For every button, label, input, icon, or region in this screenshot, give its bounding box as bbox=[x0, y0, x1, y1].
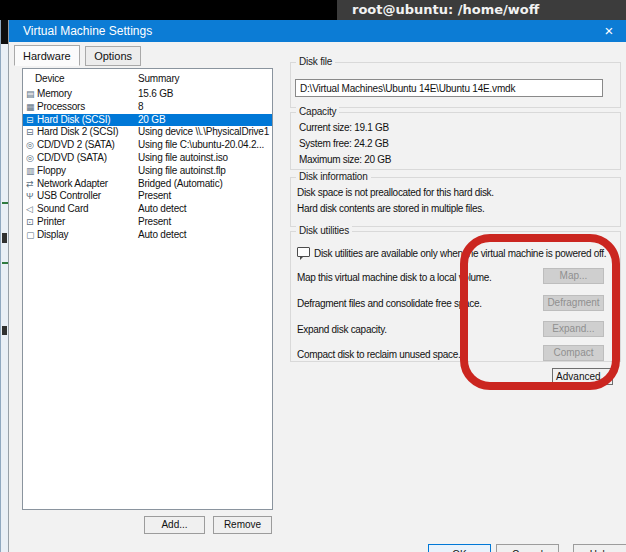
processor-icon: ▦ bbox=[26, 101, 36, 114]
vm-settings-dialog: Virtual Machine Settings × Hardware Opti… bbox=[8, 20, 626, 552]
capacity-maximum-size: Maximum size: 20 GB bbox=[299, 154, 391, 165]
expand-button[interactable]: Expand... bbox=[543, 321, 604, 337]
disk-utilities-group-label: Disk utilities bbox=[296, 225, 352, 236]
hard-disk-icon: ⊟ bbox=[26, 114, 36, 127]
list-item-cd-dvd-2-sata[interactable]: ◎ CD/DVD 2 (SATA) Using file C:\ubuntu-2… bbox=[23, 139, 272, 152]
defragment-button[interactable]: Defragment bbox=[543, 295, 604, 311]
list-item-usb-controller[interactable]: Ψ USB Controller Present bbox=[23, 190, 272, 203]
disk-file-path-input[interactable] bbox=[295, 79, 603, 97]
disk-file-group: Disk file bbox=[290, 62, 621, 108]
disk-utilities-group: Disk utilities Disk utilities are availa… bbox=[290, 231, 621, 362]
list-item-hard-disk-scsi[interactable]: ⊟ Hard Disk (SCSI) 20 GB bbox=[23, 114, 272, 127]
device-list: Device Summary ▤ Memory 15.6 GB ▦ Proces… bbox=[22, 68, 273, 510]
list-item-memory[interactable]: ▤ Memory 15.6 GB bbox=[23, 88, 272, 101]
cd-dvd-icon: ◎ bbox=[26, 152, 36, 165]
list-item-printer[interactable]: ⊡ Printer Present bbox=[23, 216, 272, 229]
map-button[interactable]: Map... bbox=[543, 268, 604, 284]
background-window-fragment bbox=[2, 233, 7, 243]
list-item-network-adapter[interactable]: ⇄ Network Adapter Bridged (Automatic) bbox=[23, 178, 272, 191]
list-item-hard-disk-2-scsi[interactable]: ⊟ Hard Disk 2 (SCSI) Using device \\.\Ph… bbox=[23, 126, 272, 139]
capacity-system-free: System free: 24.2 GB bbox=[299, 138, 389, 149]
cd-dvd-icon: ◎ bbox=[26, 139, 36, 152]
compact-button[interactable]: Compact bbox=[543, 345, 604, 361]
dialog-titlebar: Virtual Machine Settings × bbox=[9, 20, 626, 42]
capacity-current-size: Current size: 19.1 GB bbox=[299, 122, 389, 133]
disk-utilities-notice: Disk utilities are available only when t… bbox=[314, 248, 606, 259]
list-item-floppy[interactable]: ▥ Floppy Using file autoinst.flp bbox=[23, 165, 272, 178]
disk-information-group: Disk information Disk space is not preal… bbox=[290, 177, 621, 227]
column-header-device: Device bbox=[35, 73, 64, 84]
defragment-row-text: Defragment files and consolidate free sp… bbox=[297, 298, 482, 309]
remove-button[interactable]: Remove bbox=[213, 516, 272, 534]
device-list-header: Device Summary bbox=[23, 69, 272, 88]
tab-options[interactable]: Options bbox=[85, 46, 141, 66]
tab-hardware[interactable]: Hardware bbox=[14, 45, 80, 66]
disk-information-line2: Hard disk contents are stored in multipl… bbox=[297, 203, 484, 214]
sound-card-icon: ◁ bbox=[26, 203, 36, 216]
disk-information-group-label: Disk information bbox=[296, 171, 371, 182]
capacity-group-label: Capacity bbox=[296, 106, 339, 117]
dialog-title: Virtual Machine Settings bbox=[23, 20, 152, 42]
list-item-display[interactable]: ▢ Display Auto detect bbox=[23, 229, 272, 242]
memory-icon: ▤ bbox=[26, 88, 36, 101]
capacity-group: Capacity Current size: 19.1 GB System fr… bbox=[290, 112, 621, 170]
disk-information-line1: Disk space is not preallocated for this … bbox=[297, 187, 494, 198]
compact-row-text: Compact disk to reclaim unused space. bbox=[297, 349, 460, 360]
usb-controller-icon: Ψ bbox=[26, 190, 36, 203]
printer-icon: ⊡ bbox=[26, 216, 36, 229]
list-item-sound-card[interactable]: ◁ Sound Card Auto detect bbox=[23, 203, 272, 216]
list-item-processors[interactable]: ▦ Processors 8 bbox=[23, 101, 272, 114]
column-header-summary: Summary bbox=[138, 73, 179, 84]
network-adapter-icon: ⇄ bbox=[26, 178, 36, 191]
expand-row-text: Expand disk capacity. bbox=[297, 324, 387, 335]
close-icon[interactable]: × bbox=[598, 20, 620, 42]
terminal-title: root@ubuntu: /home/woff bbox=[352, 0, 539, 20]
add-button[interactable]: Add... bbox=[144, 516, 205, 534]
display-icon: ▢ bbox=[26, 229, 36, 242]
tab-strip: Hardware Options bbox=[14, 45, 142, 64]
advanced-button[interactable]: Advanced... bbox=[552, 368, 613, 385]
help-button[interactable]: Help bbox=[573, 544, 626, 552]
list-item-cd-dvd-sata[interactable]: ◎ CD/DVD (SATA) Using file autoinst.iso bbox=[23, 152, 272, 165]
cancel-button[interactable]: Cancel bbox=[496, 544, 559, 552]
screenshot-stage: root@ubuntu: /home/woff Virtual Machine … bbox=[0, 0, 626, 552]
hard-disk-icon: ⊟ bbox=[26, 126, 36, 139]
floppy-icon: ▥ bbox=[26, 165, 36, 178]
ok-button[interactable]: OK bbox=[428, 544, 491, 552]
info-balloon-icon bbox=[297, 247, 310, 257]
background-window-fragment bbox=[2, 326, 7, 335]
map-row-text: Map this virtual machine disk to a local… bbox=[297, 272, 492, 283]
disk-file-group-label: Disk file bbox=[296, 56, 335, 67]
terminal-titlebar: root@ubuntu: /home/woff bbox=[0, 0, 626, 20]
